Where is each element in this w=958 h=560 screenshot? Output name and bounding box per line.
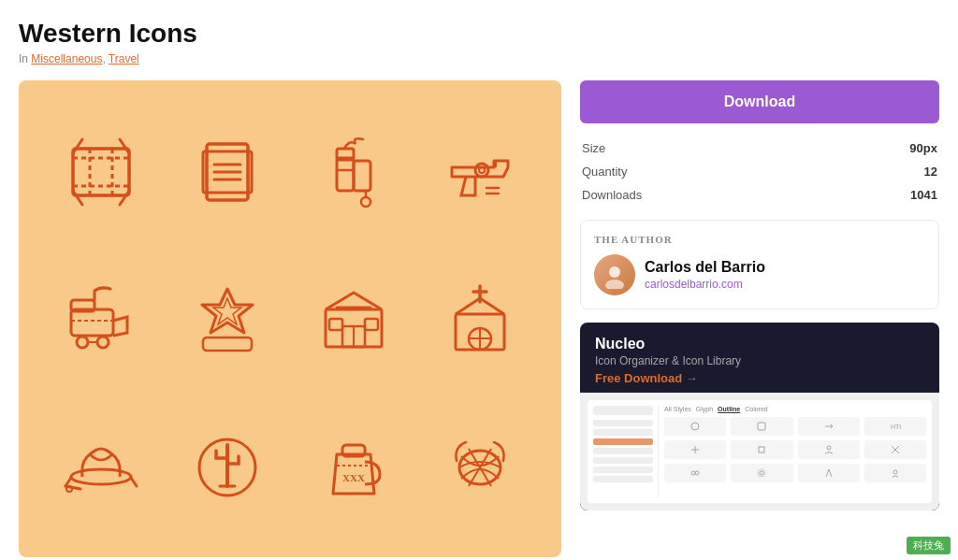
author-box: The author Carlos del Barrio carlosdelba… bbox=[580, 220, 939, 309]
nucleo-nav-item bbox=[593, 476, 653, 482]
svg-point-16 bbox=[475, 164, 488, 177]
svg-point-24 bbox=[97, 337, 109, 348]
category-link-miscellaneous[interactable]: Miscellaneous bbox=[31, 52, 102, 65]
author-section-label: The author bbox=[594, 234, 925, 245]
nucleo-icon-cell bbox=[664, 464, 726, 482]
svg-point-58 bbox=[827, 446, 831, 450]
svg-point-62 bbox=[758, 469, 765, 477]
icon-preview-panel: XXX bbox=[19, 80, 561, 560]
nucleo-icon-cell bbox=[798, 440, 860, 459]
svg-marker-27 bbox=[213, 298, 241, 324]
author-website-link[interactable]: carlosdelbarrio.com bbox=[645, 278, 743, 291]
nucleo-icon-cell bbox=[731, 417, 792, 436]
svg-marker-26 bbox=[202, 289, 253, 333]
svg-rect-10 bbox=[337, 158, 354, 191]
downloads-value: 1041 bbox=[820, 183, 939, 207]
svg-point-52 bbox=[609, 266, 620, 278]
nucleo-nav-item bbox=[593, 467, 653, 473]
nucleo-icon-cell bbox=[731, 464, 792, 482]
svg-point-63 bbox=[893, 470, 897, 474]
icon-cactus bbox=[181, 419, 274, 512]
quantity-value: 12 bbox=[820, 160, 939, 183]
size-value: 90px bbox=[820, 136, 939, 160]
svg-rect-32 bbox=[329, 319, 342, 330]
icon-tumbleweed bbox=[433, 419, 527, 512]
nucleo-nav-item-active bbox=[593, 438, 653, 445]
svg-line-45 bbox=[131, 478, 137, 486]
nucleo-nav-item bbox=[593, 420, 653, 426]
nucleo-nav-item bbox=[593, 429, 653, 436]
svg-point-59 bbox=[691, 471, 695, 475]
nucleo-icon-cell bbox=[664, 440, 726, 459]
svg-rect-57 bbox=[759, 447, 764, 452]
svg-text:HTH: HTH bbox=[891, 424, 901, 430]
svg-point-60 bbox=[695, 471, 699, 475]
svg-rect-18 bbox=[494, 161, 497, 167]
breadcrumb-prefix: In bbox=[19, 52, 28, 65]
nucleo-icon-cell bbox=[864, 440, 926, 459]
icon-whiskey-jug: XXX bbox=[307, 419, 400, 512]
nucleo-nav-item bbox=[593, 448, 653, 454]
svg-point-54 bbox=[691, 423, 699, 430]
size-label: Size bbox=[580, 136, 820, 160]
icon-cowboy-hat bbox=[54, 419, 148, 512]
svg-rect-55 bbox=[758, 423, 765, 430]
svg-point-61 bbox=[760, 471, 763, 475]
svg-rect-33 bbox=[365, 319, 378, 330]
breadcrumb: In Miscellaneous, Travel bbox=[19, 52, 939, 65]
icon-revolver bbox=[433, 125, 527, 219]
nucleo-tabs: All Styles Glyph Outline Colored bbox=[664, 406, 926, 412]
nucleo-app-preview: All Styles Glyph Outline Colored bbox=[580, 393, 939, 510]
nucleo-icon-cell bbox=[664, 417, 726, 436]
svg-rect-11 bbox=[354, 161, 370, 191]
icon-sheriff-badge bbox=[181, 272, 274, 366]
nucleo-title: Nucleo bbox=[595, 336, 924, 352]
downloads-label: Downloads bbox=[580, 183, 820, 207]
icon-canvas: XXX bbox=[19, 80, 561, 557]
icon-dynamite bbox=[307, 125, 400, 219]
svg-point-17 bbox=[479, 167, 485, 173]
page-title: Western Icons bbox=[19, 19, 939, 49]
icon-church bbox=[433, 272, 527, 366]
author-avatar bbox=[594, 254, 635, 295]
nucleo-promo-box: Nucleo Icon Organizer & Icon Library Fre… bbox=[580, 323, 939, 510]
download-button[interactable]: Download bbox=[580, 80, 939, 123]
nucleo-app-mockup: All Styles Glyph Outline Colored bbox=[588, 400, 932, 503]
nucleo-tab-active: Outline bbox=[718, 406, 740, 412]
nucleo-icon-cell bbox=[864, 464, 926, 482]
meta-table: Size 90px Quantity 12 Downloads 1041 bbox=[580, 136, 939, 207]
svg-point-41 bbox=[71, 469, 131, 484]
quantity-label: Quantity bbox=[580, 160, 820, 183]
svg-point-23 bbox=[77, 337, 88, 348]
svg-text:XXX: XXX bbox=[342, 472, 365, 483]
nucleo-icon-cell bbox=[798, 417, 860, 436]
icon-map bbox=[54, 125, 148, 219]
svg-rect-0 bbox=[73, 149, 129, 195]
author-name: Carlos del Barrio bbox=[645, 259, 765, 276]
nucleo-header: Nucleo Icon Organizer & Icon Library Fre… bbox=[580, 323, 939, 393]
author-details: Carlos del Barrio carlosdelbarrio.com bbox=[645, 259, 765, 291]
svg-rect-28 bbox=[203, 337, 252, 351]
icon-wanted-poster bbox=[181, 125, 274, 219]
nucleo-sidebar-mini bbox=[593, 406, 659, 497]
nucleo-tab: Glyph bbox=[696, 406, 713, 412]
nucleo-icon-cell bbox=[731, 440, 792, 459]
svg-point-53 bbox=[605, 280, 624, 289]
author-info: Carlos del Barrio carlosdelbarrio.com bbox=[594, 254, 925, 295]
nucleo-cta-link[interactable]: Free Download → bbox=[595, 371, 698, 385]
icon-train bbox=[54, 272, 148, 366]
nucleo-subtitle: Icon Organizer & Icon Library bbox=[595, 354, 924, 367]
nucleo-icon-cell bbox=[798, 464, 860, 482]
icon-saloon bbox=[307, 272, 400, 366]
nucleo-icons-grid: HTH bbox=[664, 417, 926, 482]
nucleo-nav-item bbox=[593, 457, 653, 464]
nucleo-tab: All Styles bbox=[664, 406, 691, 412]
svg-point-44 bbox=[66, 486, 72, 492]
svg-rect-21 bbox=[71, 309, 113, 336]
avatar-image bbox=[594, 254, 635, 295]
nucleo-icon-cell: HTH bbox=[864, 417, 926, 436]
sidebar: Download Size 90px Quantity 12 Downloads… bbox=[580, 80, 939, 560]
svg-point-14 bbox=[361, 197, 370, 207]
category-link-travel[interactable]: Travel bbox=[109, 52, 139, 65]
nucleo-search-bar bbox=[593, 406, 653, 415]
